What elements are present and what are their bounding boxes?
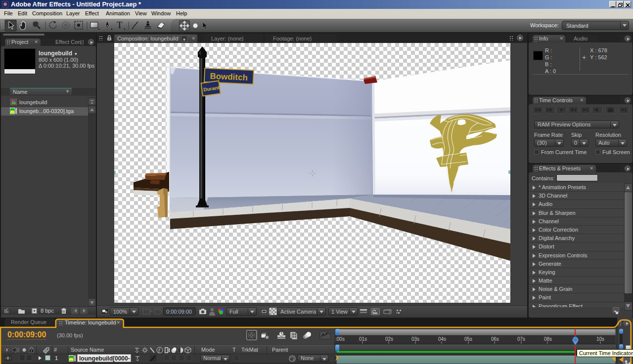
svg-text:T: T (117, 20, 123, 30)
svg-text:f: f (158, 347, 161, 353)
